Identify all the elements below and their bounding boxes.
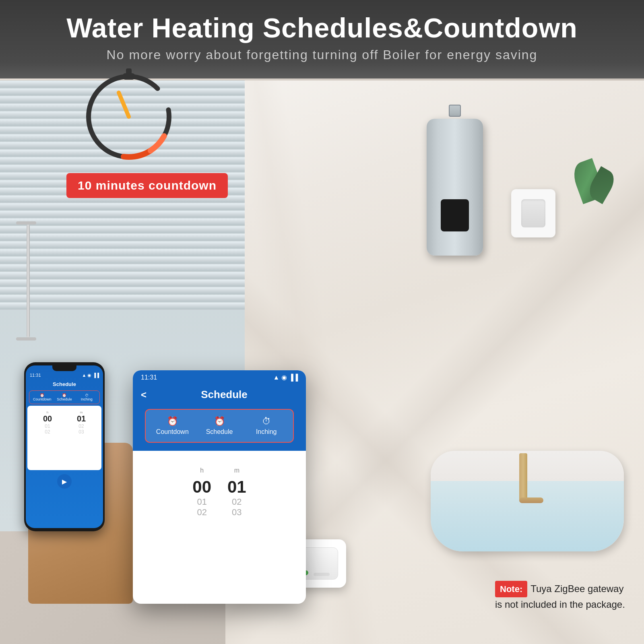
tab-schedule[interactable]: ⏰ Schedule <box>196 413 243 439</box>
hours-value: 00 <box>192 477 211 497</box>
minutes-sub1: 02 <box>227 497 246 507</box>
status-icons: ▲ ◉ ▐▐ <box>273 374 298 381</box>
phone-in-hand: 11:31 ▲ ◉ ▐▐ Schedule ⏰Countdown ⏰Schedu… <box>12 362 149 604</box>
schedule-icon: ⏰ <box>198 416 242 427</box>
page-title: Water Heating Schedules&Countdown <box>16 12 628 43</box>
tabs-container: ⏰ Countdown ⏰ Schedule ⏱ Inching <box>133 409 306 451</box>
tab-inching-label: Inching <box>244 428 288 436</box>
smart-switch <box>511 189 555 237</box>
tab-inching[interactable]: ⏱ Inching <box>243 413 290 439</box>
app-header: < Schedule <box>133 384 306 409</box>
hours-sub2: 02 <box>192 507 211 518</box>
minutes-value: 01 <box>227 477 246 497</box>
time-picker: h 00 01 02 m 01 02 03 <box>141 459 298 526</box>
status-time: 11:31 <box>141 374 157 381</box>
note-label: Note: <box>495 581 527 597</box>
back-button[interactable]: < <box>141 389 147 400</box>
hours-column: h 00 01 02 <box>192 467 211 518</box>
countdown-icon: ⏰ <box>151 416 194 427</box>
status-bar: 11:31 ▲ ◉ ▐▐ <box>133 370 306 384</box>
hours-sub1: 01 <box>192 497 211 507</box>
minutes-column: m 01 02 03 <box>227 467 246 518</box>
faucet <box>519 453 543 503</box>
app-title: Schedule <box>151 388 298 401</box>
svg-rect-5 <box>126 68 132 76</box>
svg-line-3 <box>119 93 129 117</box>
inching-icon: ⏱ <box>244 416 288 427</box>
tab-schedule-label: Schedule <box>198 428 242 436</box>
phone-app-card: 11:31 ▲ ◉ ▐▐ < Schedule ⏰ Countdown ⏰ Sc… <box>133 370 306 604</box>
note-section: Note:Tuya ZigBee gateway is not included… <box>495 581 632 612</box>
timer-icon <box>72 56 185 169</box>
towel-rack <box>16 221 40 342</box>
tab-countdown[interactable]: ⏰ Countdown <box>149 413 196 439</box>
countdown-badge: 10 minutes countdown <box>66 173 228 198</box>
plant-decoration <box>576 161 624 242</box>
minutes-label: m <box>227 467 246 474</box>
hours-label: h <box>192 467 211 474</box>
minutes-sub2: 03 <box>227 507 246 518</box>
tab-countdown-label: Countdown <box>151 428 194 436</box>
water-boiler <box>423 105 487 258</box>
tabs-box: ⏰ Countdown ⏰ Schedule ⏱ Inching <box>145 409 294 443</box>
app-content: h 00 01 02 m 01 02 03 <box>133 451 306 534</box>
